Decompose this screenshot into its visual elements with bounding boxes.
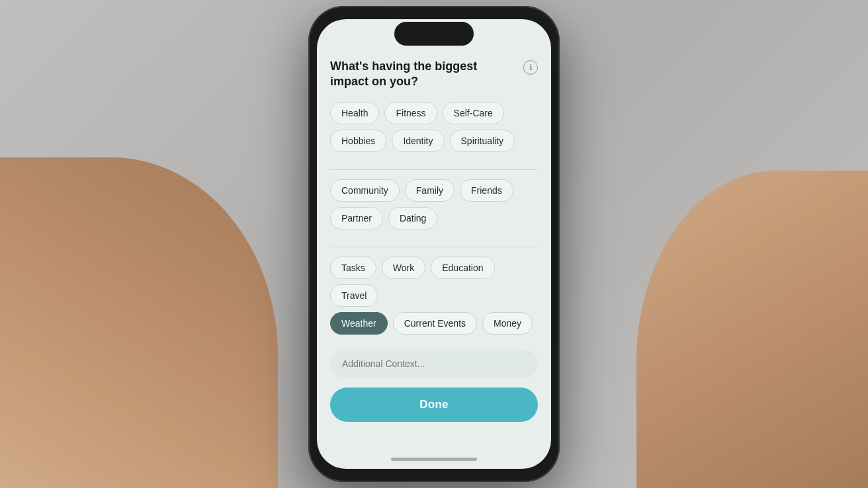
tag-weather[interactable]: Weather [330, 312, 388, 335]
tag-group-personal: Health Fitness Self-Care Hobbies Identit… [330, 102, 538, 157]
tag-current-events[interactable]: Current Events [393, 312, 477, 335]
divider-2 [330, 247, 538, 247]
done-button[interactable]: Done [330, 387, 538, 422]
tag-money[interactable]: Money [482, 312, 533, 335]
additional-context-input[interactable] [330, 349, 538, 378]
tag-health[interactable]: Health [330, 102, 379, 124]
tag-spirituality[interactable]: Spirituality [450, 130, 515, 152]
tag-row-3: Community Family Friends [330, 179, 538, 202]
dynamic-island [394, 22, 474, 46]
phone-screen: What's having the biggest impact on you?… [317, 19, 551, 469]
home-indicator [317, 449, 551, 469]
tag-partner[interactable]: Partner [330, 207, 383, 229]
tag-identity[interactable]: Identity [392, 130, 444, 152]
tag-row-1: Health Fitness Self-Care [330, 102, 538, 124]
info-icon[interactable]: ℹ [523, 60, 538, 75]
tag-education[interactable]: Education [431, 257, 494, 279]
tag-group-social: Community Family Friends Partner Dating [330, 179, 538, 235]
tag-group-life: Tasks Work Education Travel Weather Curr… [330, 257, 538, 340]
divider-1 [330, 169, 538, 170]
tag-travel[interactable]: Travel [330, 284, 378, 307]
tag-dating[interactable]: Dating [388, 207, 437, 229]
home-bar [391, 458, 477, 461]
tag-self-care[interactable]: Self-Care [443, 102, 504, 124]
tag-row-5: Tasks Work Education Travel [330, 257, 538, 307]
question-title: What's having the biggest impact on you? [330, 59, 518, 90]
tag-row-4: Partner Dating [330, 207, 538, 229]
tag-work[interactable]: Work [382, 257, 425, 279]
question-header: What's having the biggest impact on you?… [330, 59, 538, 90]
status-bar [317, 19, 551, 48]
screen-content: What's having the biggest impact on you?… [317, 48, 551, 449]
tag-hobbies[interactable]: Hobbies [330, 130, 386, 152]
phone: What's having the biggest impact on you?… [308, 6, 560, 482]
tag-friends[interactable]: Friends [460, 179, 513, 202]
tag-family[interactable]: Family [405, 179, 455, 202]
tag-tasks[interactable]: Tasks [330, 257, 376, 279]
tag-community[interactable]: Community [330, 179, 400, 202]
tag-row-2: Hobbies Identity Spirituality [330, 130, 538, 152]
tag-fitness[interactable]: Fitness [384, 102, 437, 124]
tag-row-6: Weather Current Events Money [330, 312, 538, 335]
